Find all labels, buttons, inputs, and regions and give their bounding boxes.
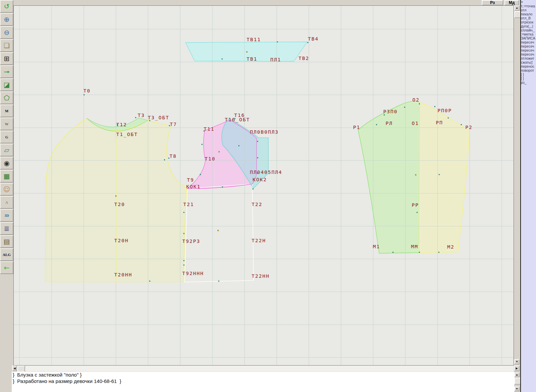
pattern-m-button[interactable]: M [0,105,13,117]
threed-icon: 3D [4,212,9,219]
console-scroll-thumb[interactable] [514,378,521,385]
compass-icon: W [5,121,9,127]
vscroll-thumb[interactable] [514,11,521,18]
point-label-Т20: Т20 [114,202,125,207]
zoom-in-button[interactable]: ⊕ [0,13,13,26]
drawing-canvas[interactable]: ТВ11ТВ4ТВ1ПЛ1ТВ2Т0Т3Т3_ОБТТ12Т7Т1_ОБТТ8Т… [13,5,514,366]
pattern-cad-window: Рз Мд ↺⊕⊖❏⊞⊸◪⬠MWG▱◉▦☺Λ3D≣▤ALG← ТВ11ТВ4ТВ… [0,0,536,392]
command-item-12[interactable]: пересеч [521,48,536,52]
point-label-Т1_ОБТ: Т1_ОБТ [116,132,138,137]
zoom-in-icon: ⊕ [4,16,10,23]
front-lower-panel-fill[interactable] [185,184,254,282]
point-label-ТВ4: ТВ4 [308,36,319,42]
pattern-piece-icon: ⬠ [4,94,9,101]
command-item-18[interactable]: [ ] [521,72,536,76]
command-item-6[interactable]: дуга(,,,) [521,24,536,28]
segment-button[interactable]: ⊸ [0,65,13,78]
list-button[interactable]: ≣ [0,222,13,235]
point-marker [84,94,85,95]
zoom-out-button[interactable]: ⊖ [0,26,13,39]
point-label-РЛ: РЛ [386,121,393,126]
command-item-3[interactable]: пекало [521,12,536,16]
point-label-ТВ2: ТВ2 [298,56,309,61]
rz-button[interactable]: Рз [482,0,503,5]
point-label-Р3П0: Р3П0 [383,109,398,114]
command-item-5[interactable]: отрезок [521,20,536,24]
point-marker [393,252,394,253]
refresh-icon: ↺ [4,3,10,10]
point-label-Т9: Т9 [187,177,194,183]
command-item-7[interactable]: сплайн_ [521,28,536,32]
point-marker [135,117,136,118]
point-label-М2: М2 [447,244,454,250]
command-item-19[interactable]: [ ] [521,76,536,80]
point-marker [239,145,240,146]
pattern-m-icon: M [5,108,8,114]
point-marker [222,187,223,188]
exit-button[interactable]: ← [0,261,13,274]
portrait-button[interactable]: ☺ [0,183,13,196]
zoom-detail-button[interactable]: ❏ [0,39,13,52]
refresh-button[interactable]: ↺ [0,0,13,13]
command-item-8[interactable]: :=метка [521,32,536,36]
console-scroll-down-button[interactable]: ▼ [514,387,520,391]
compass-button[interactable]: W [0,118,13,130]
vscroll-down-button[interactable]: ▼ [514,359,520,365]
list-icon: ≣ [4,225,10,232]
point-marker [257,141,258,142]
point-marker [434,106,436,107]
toolbar: ↺⊕⊖❏⊞⊸◪⬠MWG▱◉▦☺Λ3D≣▤ALG← [0,0,13,274]
down-arrow-icon: ▼ [516,360,518,363]
camera-button[interactable]: ◉ [0,157,13,170]
command-item-2[interactable]: отл [521,8,536,12]
command-item-1[interactable]: т.:=точка [521,4,536,8]
command-item-10[interactable]: пересеч [521,40,536,44]
right-arrow-icon: ▶ [516,367,518,370]
garment-icon: Λ [5,199,8,206]
point-marker [419,252,420,253]
command-item-11[interactable]: пересеч [521,44,536,48]
threed-button[interactable]: 3D [0,209,13,222]
hscroll-right-button[interactable]: ▶ [514,366,520,371]
grid-button[interactable]: ⊞ [0,52,13,65]
status-console: } Блузка с застежкой "поло" } } Разработ… [12,372,514,392]
command-item-13[interactable]: пересеч [521,52,536,56]
table-button[interactable]: ▦ [0,170,13,183]
command-item-4[interactable]: отл_В [521,16,536,20]
command-item-0[interactable]: = [521,0,536,4]
aux-point-marker [115,195,117,197]
sleeve-center-line [419,102,419,253]
command-item-20[interactable]: рз_ [521,80,536,84]
point-label-Т92ННН: Т92ННН [182,271,204,276]
point-label-ТВ1: ТВ1 [247,56,257,62]
point-label-ПЛ1: ПЛ1 [270,57,281,62]
books-icon: ▤ [4,238,10,245]
md-button[interactable]: Мд [505,0,519,5]
alg-button[interactable]: ALG [0,248,13,261]
up-arrow-icon: ▲ [516,6,518,9]
command-item-9[interactable]: ЗАПИСА [521,36,536,40]
garment-button[interactable]: Λ [0,196,13,209]
hscroll-track[interactable] [12,366,514,371]
point-label-Т0: Т0 [83,88,90,93]
point-label-КОК1: КОК1 [186,184,201,189]
command-item-15[interactable]: сжать(( [521,60,536,64]
image-button[interactable]: ◪ [0,78,13,91]
aux-point-marker [246,51,248,53]
command-item-16[interactable]: перенос [521,64,536,68]
alg-icon: ALG [3,251,11,258]
books-button[interactable]: ▤ [0,235,13,248]
point-marker [384,115,385,116]
point-marker [184,212,185,213]
grading-button[interactable]: G [0,131,13,143]
pattern-piece-button[interactable]: ⬠ [0,91,13,104]
hscroll-left-button[interactable]: ◀ [12,366,17,371]
console-scroll-up-button[interactable]: ▲ [514,373,520,377]
command-item-14[interactable]: отложит [521,56,536,60]
point-label-Т20Н: Т20Н [114,238,129,243]
command-item-17[interactable]: поворот [521,68,536,72]
point-label-РП0Р: РП0Р [438,108,452,113]
vscroll-up-button[interactable]: ▲ [514,5,520,11]
ruler-button[interactable]: ▱ [0,144,13,156]
point-marker [417,212,418,213]
